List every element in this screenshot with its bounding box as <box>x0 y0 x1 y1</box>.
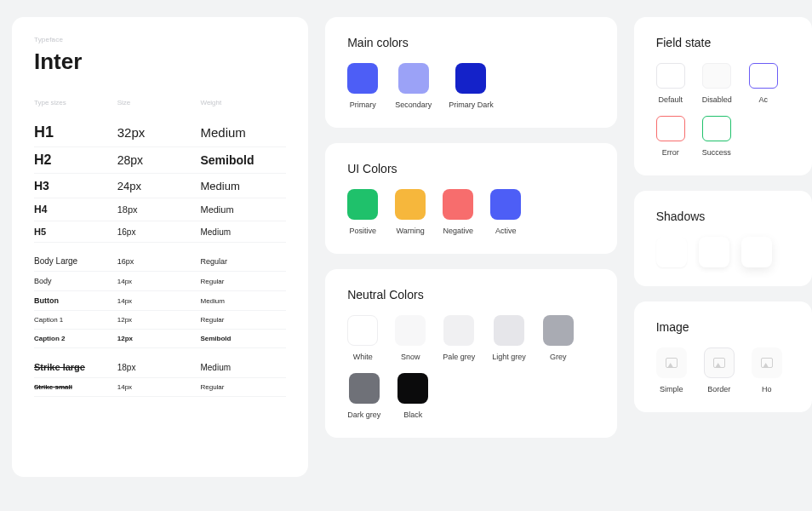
header-typename: Type sizes <box>34 99 117 106</box>
neutral-colors-row: WhiteSnowPale greyLight greyGreyDark gre… <box>347 315 595 419</box>
image-swatch <box>656 347 687 378</box>
shadow-sample <box>656 237 687 267</box>
swatch-label: Ac <box>758 95 768 104</box>
image-row: SimpleBorderHo <box>656 347 790 393</box>
field-state-card: Field state DefaultDisabledAcErrorSucces… <box>634 17 812 175</box>
type-name: Caption 2 <box>34 335 117 342</box>
image-placeholder-icon <box>666 358 678 368</box>
swatch-label: Success <box>702 148 731 157</box>
type-weight: Regular <box>200 278 286 285</box>
swatch: Positive <box>347 189 378 235</box>
typeface-name: Inter <box>34 49 286 75</box>
type-name: Button <box>34 296 117 305</box>
swatch-label: Light grey <box>492 353 526 361</box>
swatch: Disabled <box>702 63 732 104</box>
type-name: Body Large <box>34 256 117 266</box>
image-placeholder-icon <box>713 358 725 368</box>
type-size: 14px <box>117 297 201 305</box>
header-weight: Weight <box>200 99 286 106</box>
field-swatch <box>656 116 685 141</box>
type-size: 14px <box>117 278 201 285</box>
type-size: 12px <box>117 316 201 324</box>
swatch: Grey <box>543 315 574 361</box>
color-swatch <box>397 373 428 404</box>
swatch: Simple <box>656 347 687 393</box>
type-size: 28px <box>117 153 201 167</box>
type-name: H3 <box>34 179 117 192</box>
type-weight: Semibold <box>200 153 286 167</box>
color-swatch <box>347 63 378 94</box>
type-row: H324pxMedium <box>34 174 286 198</box>
shadows-title: Shadows <box>656 210 790 223</box>
swatch-label: Black <box>403 411 422 419</box>
color-swatch <box>347 315 378 346</box>
swatch-label: Dark grey <box>347 411 380 419</box>
type-row: Body Large16pxRegular <box>34 251 286 272</box>
swatch: Black <box>397 373 428 419</box>
shadow-sample <box>699 237 729 267</box>
type-size: 16px <box>117 257 201 266</box>
ui-colors-row: PositiveWarningNegativeActive <box>347 189 595 235</box>
image-title: Image <box>656 320 790 334</box>
swatch-label: Grey <box>550 353 567 361</box>
type-weight: Regular <box>200 383 286 391</box>
swatch: Secondary <box>395 63 432 109</box>
swatch-label: Active <box>495 227 517 235</box>
type-row: Button14pxMedium <box>34 291 286 311</box>
shadows-card: Shadows <box>634 191 812 286</box>
ui-colors-card: UI Colors PositiveWarningNegativeActive <box>325 143 617 254</box>
color-swatch <box>395 189 426 220</box>
type-name: Body <box>34 277 117 285</box>
swatch-label: White <box>353 353 373 361</box>
type-size: 24px <box>117 180 201 192</box>
swatch-label: Default <box>658 95 683 104</box>
main-colors-row: PrimarySecondaryPrimary Dark <box>347 63 595 109</box>
swatch: Default <box>656 63 685 104</box>
field-swatch <box>749 63 778 89</box>
swatch-label: Primary Dark <box>449 100 494 109</box>
swatch-label: Snow <box>401 353 420 361</box>
type-weight: Medium <box>200 297 286 305</box>
swatch-label: Pale grey <box>443 353 475 361</box>
image-swatch <box>752 347 782 378</box>
header-size: Size <box>117 99 201 106</box>
color-swatch <box>455 63 486 94</box>
color-swatch <box>443 315 474 346</box>
color-swatch <box>347 189 378 220</box>
swatch: Border <box>704 347 735 393</box>
field-swatch <box>702 116 731 141</box>
swatch-label: Warning <box>397 227 425 235</box>
swatch-label: Secondary <box>395 100 432 109</box>
color-swatch <box>543 315 574 346</box>
swatch: Light grey <box>492 315 526 361</box>
type-weight: Regular <box>200 257 286 266</box>
main-colors-card: Main colors PrimarySecondaryPrimary Dark <box>325 17 617 128</box>
type-col-headers: Type sizes Size Weight <box>34 99 286 106</box>
swatch: Primary Dark <box>449 63 494 109</box>
type-name: H1 <box>34 123 117 141</box>
typography-card: Typeface Inter Type sizes Size Weight H1… <box>12 17 308 477</box>
neutral-colors-card: Neutral Colors WhiteSnowPale greyLight g… <box>325 269 617 438</box>
swatch-label: Positive <box>349 227 376 235</box>
swatch: White <box>347 315 378 361</box>
type-size: 18px <box>117 204 201 215</box>
color-swatch <box>349 373 380 404</box>
type-weight: Medium <box>200 204 286 215</box>
swatch: Primary <box>347 63 378 109</box>
type-row: Body14pxRegular <box>34 272 286 291</box>
swatch: Negative <box>443 189 473 235</box>
swatch: Warning <box>395 189 426 235</box>
field-swatch <box>656 63 685 89</box>
swatch: Success <box>702 116 731 157</box>
swatch: Pale grey <box>443 315 475 361</box>
type-size: 32px <box>117 125 201 140</box>
type-name: Strike small <box>34 383 117 391</box>
swatch-label: Error <box>662 148 679 157</box>
swatch-label: Ho <box>762 385 772 393</box>
type-size: 16px <box>117 227 201 237</box>
type-name: H4 <box>34 204 117 215</box>
typeface-label: Typeface <box>34 36 286 43</box>
type-name: H5 <box>34 227 117 237</box>
swatch: Error <box>656 116 685 157</box>
image-placeholder-icon <box>761 358 773 368</box>
